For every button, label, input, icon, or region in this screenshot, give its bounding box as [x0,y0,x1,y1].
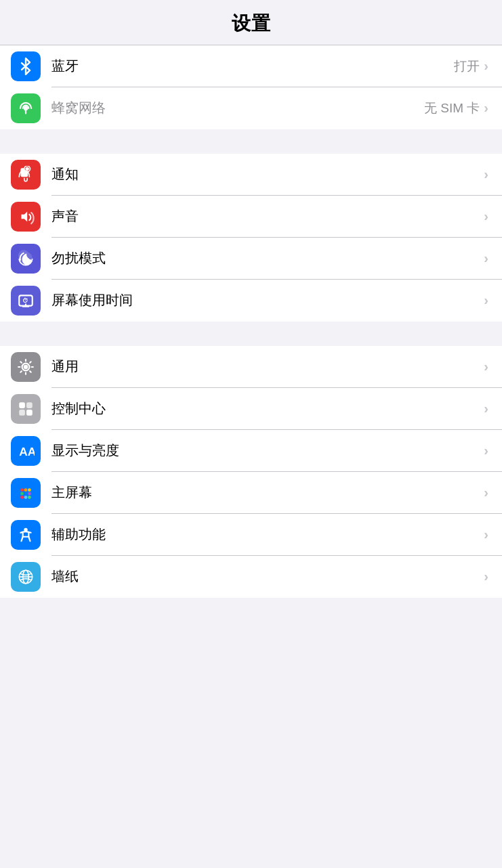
sounds-icon [17,208,35,225]
gap-1 [0,129,502,154]
section-notifications: 通知 › 声音 › 勿扰模式 › [0,154,502,322]
row-cellular[interactable]: 蜂窝网络 无 SIM 卡 › [0,87,502,129]
accessibility-icon [17,526,35,544]
svg-point-15 [24,488,28,492]
svg-rect-12 [26,410,33,416]
section-general: 通用 › 控制中心 › AA 显示与亮度 › [0,346,502,598]
svg-point-14 [20,488,24,492]
wallpaper-icon-wrap [11,562,41,592]
homescreen-label: 主屏幕 [51,483,484,502]
cellular-value: 无 SIM 卡 [424,100,480,117]
svg-point-18 [24,492,28,495]
bluetooth-icon [17,58,35,75]
cellular-chevron: › [484,100,488,116]
accessibility-label: 辅助功能 [51,525,484,544]
dnd-icon [17,250,35,267]
accessibility-chevron: › [484,527,488,542]
screentime-chevron: › [484,292,488,308]
row-accessibility[interactable]: 辅助功能 › [0,514,502,556]
notifications-icon-wrap [11,160,41,190]
cellular-icon-wrap [11,93,41,123]
svg-point-17 [20,492,24,495]
row-notifications[interactable]: 通知 › [0,154,502,196]
bluetooth-icon-wrap [11,51,41,81]
svg-text:⏱: ⏱ [22,297,28,304]
display-icon-wrap: AA [11,436,41,466]
page-title: 设置 [0,0,502,45]
screentime-label: 屏幕使用时间 [51,291,484,309]
section-connectivity: 蓝牙 打开 › 蜂窝网络 无 SIM 卡 › [0,45,502,129]
notifications-chevron: › [484,167,488,182]
row-sounds[interactable]: 声音 › [0,196,502,238]
control-center-icon [17,400,35,418]
svg-point-19 [28,492,31,495]
row-homescreen[interactable]: 主屏幕 › [0,472,502,514]
row-general[interactable]: 通用 › [0,346,502,388]
gap-2 [0,322,502,346]
sounds-label: 声音 [51,207,484,225]
svg-text:AA: AA [19,444,35,458]
control-center-label: 控制中心 [51,399,484,418]
dnd-label: 勿扰模式 [51,249,484,267]
svg-rect-11 [19,410,25,416]
control-center-icon-wrap [11,394,41,424]
wallpaper-label: 墙纸 [51,567,484,586]
notifications-label: 通知 [51,165,484,183]
svg-marker-4 [22,211,28,221]
row-screentime[interactable]: ⏱ 屏幕使用时间 › [0,280,502,322]
screentime-icon-wrap: ⏱ [11,286,41,316]
wallpaper-icon [17,568,35,586]
svg-point-3 [25,167,28,170]
row-control-center[interactable]: 控制中心 › [0,388,502,430]
svg-point-21 [24,496,28,499]
general-icon [17,358,35,376]
row-dnd[interactable]: 勿扰模式 › [0,238,502,280]
bluetooth-value: 打开 [454,58,480,75]
row-wallpaper[interactable]: 墙纸 › [0,556,502,598]
svg-point-16 [28,488,31,492]
accessibility-icon-wrap [11,520,41,550]
bluetooth-chevron: › [484,58,488,74]
general-icon-wrap [11,352,41,382]
homescreen-icon [17,484,35,502]
svg-point-22 [28,496,31,499]
dnd-icon-wrap [11,244,41,274]
svg-point-20 [20,496,24,499]
cellular-icon [17,100,35,117]
cellular-label: 蜂窝网络 [51,99,424,117]
general-label: 通用 [51,357,484,376]
bluetooth-label: 蓝牙 [51,57,454,75]
svg-rect-10 [26,402,33,408]
row-bluetooth[interactable]: 蓝牙 打开 › [0,45,502,87]
notifications-icon [17,166,35,183]
display-icon: AA [17,442,35,460]
display-chevron: › [484,443,488,458]
svg-point-7 [24,364,28,369]
display-label: 显示与亮度 [51,441,484,460]
homescreen-icon-wrap [11,478,41,508]
dnd-chevron: › [484,251,488,266]
control-center-chevron: › [484,401,488,416]
sounds-icon-wrap [11,202,41,232]
general-chevron: › [484,359,488,374]
row-display[interactable]: AA 显示与亮度 › [0,430,502,472]
sounds-chevron: › [484,209,488,224]
screentime-icon: ⏱ [17,292,35,309]
wallpaper-chevron: › [484,569,488,584]
homescreen-chevron: › [484,485,488,500]
svg-rect-9 [19,402,25,408]
